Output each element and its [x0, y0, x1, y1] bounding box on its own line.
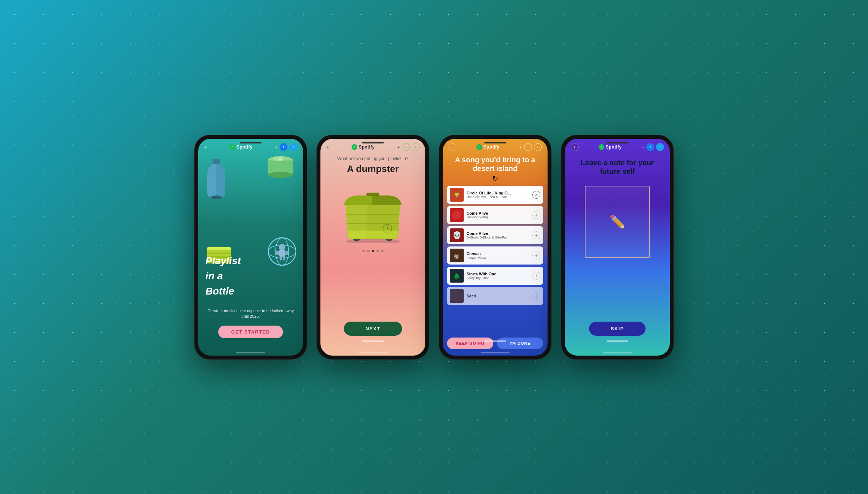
song-item-0[interactable]: 🦁 Circle Of Life / King O... Hans Zimmer…: [447, 186, 543, 204]
spotify-icon-1: ♪: [229, 144, 235, 150]
song-info-1: Come Alive Jackson Wang: [467, 211, 529, 219]
song-add-2[interactable]: +: [532, 231, 540, 239]
user-icon-4[interactable]: ●: [571, 143, 579, 151]
svg-text:◉: ◉: [454, 252, 460, 259]
song-item-3[interactable]: ◉ Canvas Imogen Heap +: [447, 246, 543, 265]
song-thumb-4: 🌲: [450, 269, 464, 283]
song-item-2[interactable]: 💀 Come Alive D-Sturb, D-Block & S-te-Fan…: [447, 226, 543, 244]
svg-rect-8: [207, 247, 231, 250]
dot-4[interactable]: [376, 250, 379, 252]
phone2-dots: [362, 250, 384, 252]
next-button[interactable]: NEXT: [344, 322, 402, 336]
pot-object: [265, 153, 296, 180]
song-info-5: Sacri...: [467, 294, 529, 298]
phone-1: + ♪ Spotify + f t: [195, 135, 307, 359]
pencil-icon: ✏️: [609, 214, 626, 229]
song-title-0: Circle Of Life / King O...: [467, 191, 529, 195]
song-title-4: Starts With One: [467, 272, 529, 276]
dot-5[interactable]: [381, 250, 384, 252]
song-item-5[interactable]: Sacri... +: [447, 287, 543, 305]
song-info-4: Starts With One Shiny Toy Guns: [467, 272, 529, 280]
more-icon-3[interactable]: ···: [534, 143, 542, 151]
green-icon-2-2[interactable]: ●: [412, 143, 420, 151]
skip-button[interactable]: SKIP: [589, 322, 646, 336]
twitter-icon-4[interactable]: t: [656, 143, 664, 151]
phone3-action-buttons: KEEP GOING I'M DONE: [443, 334, 548, 356]
svg-rect-5: [274, 157, 283, 161]
song-title-2: Come Alive: [467, 231, 529, 236]
song-info-0: Circle Of Life / King O... Hans Zimmer, …: [467, 191, 529, 199]
song-item-4[interactable]: 🌲 Starts With One Shiny Toy Guns +: [447, 267, 543, 285]
spotify-icon-4: ♪: [599, 144, 604, 150]
spotify-logo-1: ♪ Spotify: [229, 144, 252, 150]
keep-going-button[interactable]: KEEP GOING: [447, 338, 493, 349]
svg-rect-0: [213, 159, 220, 164]
song-add-1[interactable]: +: [532, 211, 540, 219]
phone-4: ● ♪ Spotify + f t Leave a note for your …: [561, 135, 673, 359]
refresh-icon-3[interactable]: ↻: [492, 174, 498, 183]
dot-3-active[interactable]: [372, 250, 374, 252]
svg-point-37: [452, 211, 461, 219]
spotify-label-3: Spotify: [484, 145, 499, 150]
spotify-icon-2: ♪: [352, 144, 357, 150]
phone-2: + ♪ Spotify + ● ● What are you putting y…: [317, 135, 429, 359]
spotify-label-4: Spotify: [606, 145, 622, 150]
plus-icon-3: +: [519, 144, 522, 150]
svg-text:🦁: 🦁: [453, 191, 460, 198]
phone1-subtitle: Create a musical time capsule to be lock…: [205, 308, 296, 319]
phones-container: + ♪ Spotify + f t: [195, 135, 673, 359]
dumpster-illustration: [337, 178, 409, 243]
spotify-label-2: Spotify: [359, 145, 375, 150]
spotify-logo-3: ♪ Spotify: [476, 144, 499, 150]
song-remove-0[interactable]: ×: [532, 191, 540, 199]
phone1-title-text: Playlist in a Bottle: [205, 252, 303, 297]
song-artist-2: D-Sturb, D-Block & S-te-Fan: [467, 236, 529, 239]
get-started-button[interactable]: GET STARTED: [218, 326, 283, 338]
bottle-object: [204, 157, 229, 200]
green-icon-1-2[interactable]: ●: [402, 143, 410, 151]
spotify-icon-3: ♪: [476, 144, 482, 150]
phone1-title: Playlist in a Bottle: [198, 252, 303, 297]
phone3-header: ← ♪ Spotify + i ···: [443, 139, 548, 153]
back-icon-3[interactable]: ←: [448, 143, 456, 151]
dot-2[interactable]: [367, 250, 370, 252]
plus-icon-right-2: +: [397, 144, 400, 150]
phone3-background: ← ♪ Spotify + i ··· A song you'd bring t…: [443, 139, 548, 356]
svg-text:💀: 💀: [452, 231, 461, 240]
song-thumb-0: 🦁: [450, 188, 464, 202]
plus-icon-4: +: [642, 144, 644, 150]
phone3-prompt: A song you'd bring to a desert island: [443, 153, 548, 174]
spotify-label-1: Spotify: [237, 145, 252, 150]
song-title-5: Sacri...: [467, 294, 529, 298]
phone1-background: + ♪ Spotify + f t: [198, 139, 303, 356]
scroll-bar-2: [362, 340, 384, 342]
phone2-header: + ♪ Spotify + ● ●: [320, 139, 425, 153]
facebook-icon-4[interactable]: f: [646, 143, 654, 151]
phone2-background: + ♪ Spotify + ● ● What are you putting y…: [320, 139, 425, 356]
twitter-icon-1[interactable]: t: [289, 143, 297, 151]
song-add-4[interactable]: +: [532, 272, 540, 280]
phone2-question: What are you putting your playlist in?: [330, 156, 416, 161]
note-input-box[interactable]: ✏️: [585, 186, 650, 258]
song-title-3: Canvas: [467, 252, 529, 256]
dot-1[interactable]: [362, 250, 365, 252]
phone2-answer: A dumpster: [341, 163, 405, 175]
phone4-title: Leave a note for your future self: [565, 153, 670, 179]
song-thumb-5: [450, 289, 464, 303]
im-done-button[interactable]: I'M DONE: [497, 338, 543, 349]
song-item-1[interactable]: Come Alive Jackson Wang +: [447, 206, 543, 224]
phone-3: ← ♪ Spotify + i ··· A song you'd bring t…: [439, 135, 551, 359]
song-thumb-1: [450, 208, 464, 222]
song-add-5[interactable]: +: [532, 292, 540, 300]
plus-icon-left-1: +: [204, 144, 207, 150]
song-add-3[interactable]: +: [532, 252, 540, 259]
song-info-3: Canvas Imogen Heap: [467, 252, 529, 259]
facebook-icon-1[interactable]: f: [280, 143, 288, 151]
svg-point-1: [211, 196, 222, 199]
info-icon-3[interactable]: i: [524, 143, 532, 151]
svg-point-4: [268, 172, 293, 178]
song-artist-3: Imogen Heap: [467, 256, 529, 259]
song-title-1: Come Alive: [467, 211, 529, 215]
svg-point-6: [279, 158, 282, 160]
svg-rect-44: [450, 289, 464, 303]
